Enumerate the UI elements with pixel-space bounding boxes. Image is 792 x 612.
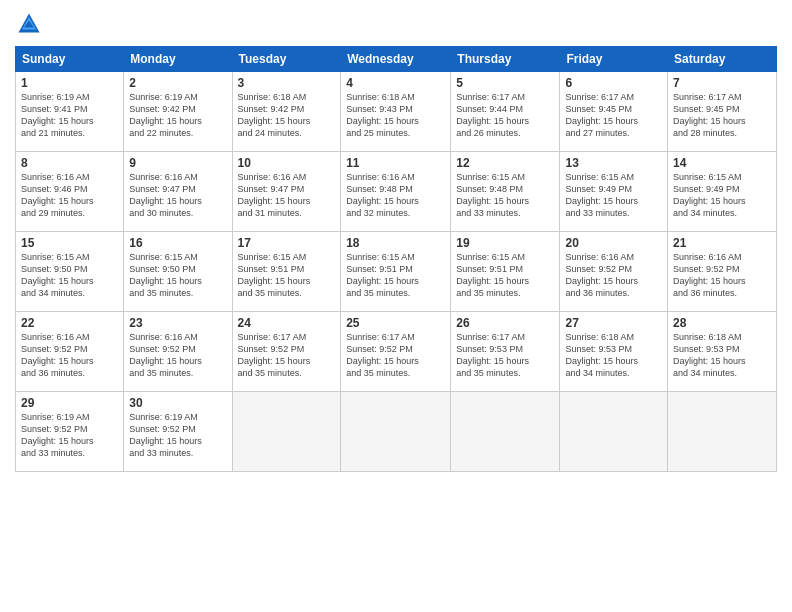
day-number: 25 bbox=[346, 316, 445, 330]
calendar-cell bbox=[232, 392, 341, 472]
calendar-cell: 26Sunrise: 6:17 AM Sunset: 9:53 PM Dayli… bbox=[451, 312, 560, 392]
calendar-week-row: 8Sunrise: 6:16 AM Sunset: 9:46 PM Daylig… bbox=[16, 152, 777, 232]
day-info: Sunrise: 6:18 AM Sunset: 9:53 PM Dayligh… bbox=[673, 331, 771, 380]
day-info: Sunrise: 6:19 AM Sunset: 9:41 PM Dayligh… bbox=[21, 91, 118, 140]
day-info: Sunrise: 6:19 AM Sunset: 9:52 PM Dayligh… bbox=[21, 411, 118, 460]
day-number: 18 bbox=[346, 236, 445, 250]
day-number: 21 bbox=[673, 236, 771, 250]
calendar-cell: 7Sunrise: 6:17 AM Sunset: 9:45 PM Daylig… bbox=[668, 72, 777, 152]
day-number: 26 bbox=[456, 316, 554, 330]
calendar-cell: 21Sunrise: 6:16 AM Sunset: 9:52 PM Dayli… bbox=[668, 232, 777, 312]
calendar-cell: 30Sunrise: 6:19 AM Sunset: 9:52 PM Dayli… bbox=[124, 392, 232, 472]
calendar-cell: 4Sunrise: 6:18 AM Sunset: 9:43 PM Daylig… bbox=[341, 72, 451, 152]
day-number: 10 bbox=[238, 156, 336, 170]
header bbox=[15, 10, 777, 38]
calendar-week-row: 29Sunrise: 6:19 AM Sunset: 9:52 PM Dayli… bbox=[16, 392, 777, 472]
day-info: Sunrise: 6:16 AM Sunset: 9:52 PM Dayligh… bbox=[565, 251, 662, 300]
calendar-cell: 25Sunrise: 6:17 AM Sunset: 9:52 PM Dayli… bbox=[341, 312, 451, 392]
day-number: 11 bbox=[346, 156, 445, 170]
day-info: Sunrise: 6:16 AM Sunset: 9:48 PM Dayligh… bbox=[346, 171, 445, 220]
day-info: Sunrise: 6:17 AM Sunset: 9:53 PM Dayligh… bbox=[456, 331, 554, 380]
day-number: 9 bbox=[129, 156, 226, 170]
calendar-cell: 12Sunrise: 6:15 AM Sunset: 9:48 PM Dayli… bbox=[451, 152, 560, 232]
day-info: Sunrise: 6:16 AM Sunset: 9:52 PM Dayligh… bbox=[21, 331, 118, 380]
day-number: 1 bbox=[21, 76, 118, 90]
calendar-cell bbox=[560, 392, 668, 472]
day-info: Sunrise: 6:18 AM Sunset: 9:43 PM Dayligh… bbox=[346, 91, 445, 140]
day-number: 7 bbox=[673, 76, 771, 90]
day-number: 2 bbox=[129, 76, 226, 90]
calendar-cell bbox=[341, 392, 451, 472]
day-number: 3 bbox=[238, 76, 336, 90]
calendar-cell: 15Sunrise: 6:15 AM Sunset: 9:50 PM Dayli… bbox=[16, 232, 124, 312]
day-number: 23 bbox=[129, 316, 226, 330]
calendar-cell: 23Sunrise: 6:16 AM Sunset: 9:52 PM Dayli… bbox=[124, 312, 232, 392]
day-number: 30 bbox=[129, 396, 226, 410]
day-info: Sunrise: 6:15 AM Sunset: 9:51 PM Dayligh… bbox=[456, 251, 554, 300]
calendar-cell: 8Sunrise: 6:16 AM Sunset: 9:46 PM Daylig… bbox=[16, 152, 124, 232]
day-number: 4 bbox=[346, 76, 445, 90]
day-info: Sunrise: 6:15 AM Sunset: 9:51 PM Dayligh… bbox=[238, 251, 336, 300]
calendar-day-header: Wednesday bbox=[341, 47, 451, 72]
day-info: Sunrise: 6:16 AM Sunset: 9:52 PM Dayligh… bbox=[673, 251, 771, 300]
day-number: 13 bbox=[565, 156, 662, 170]
page: SundayMondayTuesdayWednesdayThursdayFrid… bbox=[0, 0, 792, 612]
calendar-cell: 1Sunrise: 6:19 AM Sunset: 9:41 PM Daylig… bbox=[16, 72, 124, 152]
day-info: Sunrise: 6:19 AM Sunset: 9:52 PM Dayligh… bbox=[129, 411, 226, 460]
logo-icon bbox=[15, 10, 43, 38]
day-info: Sunrise: 6:15 AM Sunset: 9:49 PM Dayligh… bbox=[565, 171, 662, 220]
calendar-cell: 10Sunrise: 6:16 AM Sunset: 9:47 PM Dayli… bbox=[232, 152, 341, 232]
calendar-cell: 28Sunrise: 6:18 AM Sunset: 9:53 PM Dayli… bbox=[668, 312, 777, 392]
day-number: 8 bbox=[21, 156, 118, 170]
day-number: 24 bbox=[238, 316, 336, 330]
calendar-day-header: Sunday bbox=[16, 47, 124, 72]
day-number: 15 bbox=[21, 236, 118, 250]
calendar-cell: 27Sunrise: 6:18 AM Sunset: 9:53 PM Dayli… bbox=[560, 312, 668, 392]
calendar-day-header: Thursday bbox=[451, 47, 560, 72]
day-number: 27 bbox=[565, 316, 662, 330]
calendar-week-row: 1Sunrise: 6:19 AM Sunset: 9:41 PM Daylig… bbox=[16, 72, 777, 152]
day-info: Sunrise: 6:15 AM Sunset: 9:50 PM Dayligh… bbox=[21, 251, 118, 300]
day-info: Sunrise: 6:18 AM Sunset: 9:53 PM Dayligh… bbox=[565, 331, 662, 380]
day-number: 28 bbox=[673, 316, 771, 330]
day-info: Sunrise: 6:17 AM Sunset: 9:45 PM Dayligh… bbox=[565, 91, 662, 140]
calendar-cell: 22Sunrise: 6:16 AM Sunset: 9:52 PM Dayli… bbox=[16, 312, 124, 392]
calendar-cell: 9Sunrise: 6:16 AM Sunset: 9:47 PM Daylig… bbox=[124, 152, 232, 232]
day-info: Sunrise: 6:17 AM Sunset: 9:52 PM Dayligh… bbox=[346, 331, 445, 380]
day-number: 6 bbox=[565, 76, 662, 90]
calendar-cell: 13Sunrise: 6:15 AM Sunset: 9:49 PM Dayli… bbox=[560, 152, 668, 232]
day-number: 19 bbox=[456, 236, 554, 250]
calendar-cell: 5Sunrise: 6:17 AM Sunset: 9:44 PM Daylig… bbox=[451, 72, 560, 152]
calendar-cell: 19Sunrise: 6:15 AM Sunset: 9:51 PM Dayli… bbox=[451, 232, 560, 312]
calendar-week-row: 15Sunrise: 6:15 AM Sunset: 9:50 PM Dayli… bbox=[16, 232, 777, 312]
logo bbox=[15, 10, 47, 38]
day-number: 20 bbox=[565, 236, 662, 250]
calendar-cell: 2Sunrise: 6:19 AM Sunset: 9:42 PM Daylig… bbox=[124, 72, 232, 152]
day-info: Sunrise: 6:15 AM Sunset: 9:48 PM Dayligh… bbox=[456, 171, 554, 220]
day-info: Sunrise: 6:16 AM Sunset: 9:52 PM Dayligh… bbox=[129, 331, 226, 380]
calendar-day-header: Saturday bbox=[668, 47, 777, 72]
calendar-cell: 11Sunrise: 6:16 AM Sunset: 9:48 PM Dayli… bbox=[341, 152, 451, 232]
day-number: 16 bbox=[129, 236, 226, 250]
calendar-week-row: 22Sunrise: 6:16 AM Sunset: 9:52 PM Dayli… bbox=[16, 312, 777, 392]
day-number: 29 bbox=[21, 396, 118, 410]
calendar-day-header: Tuesday bbox=[232, 47, 341, 72]
calendar-cell: 16Sunrise: 6:15 AM Sunset: 9:50 PM Dayli… bbox=[124, 232, 232, 312]
day-info: Sunrise: 6:16 AM Sunset: 9:47 PM Dayligh… bbox=[238, 171, 336, 220]
day-number: 12 bbox=[456, 156, 554, 170]
day-number: 22 bbox=[21, 316, 118, 330]
day-info: Sunrise: 6:17 AM Sunset: 9:44 PM Dayligh… bbox=[456, 91, 554, 140]
day-info: Sunrise: 6:15 AM Sunset: 9:49 PM Dayligh… bbox=[673, 171, 771, 220]
calendar-cell: 17Sunrise: 6:15 AM Sunset: 9:51 PM Dayli… bbox=[232, 232, 341, 312]
calendar-cell: 3Sunrise: 6:18 AM Sunset: 9:42 PM Daylig… bbox=[232, 72, 341, 152]
day-info: Sunrise: 6:17 AM Sunset: 9:52 PM Dayligh… bbox=[238, 331, 336, 380]
day-info: Sunrise: 6:16 AM Sunset: 9:47 PM Dayligh… bbox=[129, 171, 226, 220]
calendar-cell bbox=[668, 392, 777, 472]
day-info: Sunrise: 6:18 AM Sunset: 9:42 PM Dayligh… bbox=[238, 91, 336, 140]
day-info: Sunrise: 6:19 AM Sunset: 9:42 PM Dayligh… bbox=[129, 91, 226, 140]
calendar-cell: 6Sunrise: 6:17 AM Sunset: 9:45 PM Daylig… bbox=[560, 72, 668, 152]
day-info: Sunrise: 6:15 AM Sunset: 9:51 PM Dayligh… bbox=[346, 251, 445, 300]
day-number: 17 bbox=[238, 236, 336, 250]
day-info: Sunrise: 6:17 AM Sunset: 9:45 PM Dayligh… bbox=[673, 91, 771, 140]
calendar-cell bbox=[451, 392, 560, 472]
